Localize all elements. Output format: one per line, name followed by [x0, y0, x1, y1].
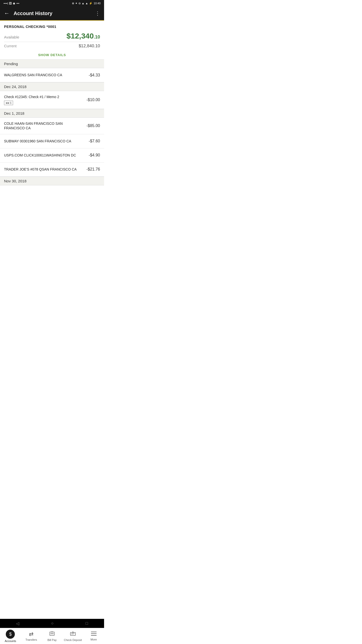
dots-icon: ••• [16, 2, 19, 5]
battery-icon: ⚡ [89, 2, 93, 5]
section-header: Dec 24, 2018 [0, 82, 104, 91]
transaction-item[interactable]: USPS.COM CLICK100611WASHINGTON DC-$4.90 [0, 148, 104, 163]
transaction-amount: -$4.90 [89, 153, 100, 157]
available-label: Available [4, 35, 19, 39]
section-header: Dec 1, 2018 [0, 109, 104, 118]
back-button[interactable]: ← [4, 10, 10, 17]
account-summary: PERSONAL CHECKING *0001 Available $12,34… [0, 21, 104, 59]
transaction-item[interactable]: COLE HAAN-SAN FRANCISCO SAN FRANCISCO CA… [0, 118, 104, 134]
transaction-description: TRADER JOE'S #078 QSAN FRANCISCO CA [4, 167, 86, 172]
transaction-item[interactable]: TRADER JOE'S #078 QSAN FRANCISCO CA-$21.… [0, 163, 104, 177]
account-name: PERSONAL CHECKING *0001 [4, 25, 100, 29]
transaction-amount: -$10.00 [86, 98, 100, 102]
transaction-desc-text: USPS.COM CLICK100611WASHINGTON DC [4, 153, 86, 157]
current-amount: $12,840.10 [79, 44, 100, 49]
transactions-list: PendingWALGREENS SAN FRANCISCO CA-$4.33D… [0, 59, 104, 185]
available-balance-row: Available $12,340.10 [4, 32, 100, 42]
status-right: ⊕ ✦ ⊖ ▲ ▲ ⚡ 10:40 [72, 2, 101, 5]
transaction-description: COLE HAAN-SAN FRANCISCO SAN FRANCISCO CA [4, 121, 86, 130]
bluetooth-icon: ✦ [75, 2, 77, 5]
content-area: PERSONAL CHECKING *0001 Available $12,34… [0, 21, 104, 213]
check-icon: ■■ $ [4, 101, 13, 105]
transaction-description: SUBWAY 00301960 SAN FRANCISCO CA [4, 139, 89, 143]
transaction-desc-text: SUBWAY 00301960 SAN FRANCISCO CA [4, 139, 86, 143]
plus-circle-icon: ⊕ [72, 2, 74, 5]
system-icon: ◉ [13, 2, 15, 5]
transaction-desc-text: TRADER JOE'S #078 QSAN FRANCISCO CA [4, 167, 83, 172]
status-bar: ••••| 🖼 ◉ ••• ⊕ ✦ ⊖ ▲ ▲ ⚡ 10:40 [0, 0, 104, 7]
app-header: ← Account History ⋮ [0, 7, 104, 21]
signal-icon: ••••| [4, 2, 8, 5]
transaction-amount: -$85.00 [86, 124, 100, 128]
section-header: Nov 30, 2018 [0, 177, 104, 185]
transaction-description: USPS.COM CLICK100611WASHINGTON DC [4, 153, 89, 157]
photo-icon: 🖼 [9, 2, 12, 5]
transaction-description: Check #12345: Check #1 / Memo 2■■ $ [4, 95, 86, 105]
transaction-item[interactable]: WALGREENS SAN FRANCISCO CA-$4.33 [0, 68, 104, 82]
current-label: Current [4, 44, 17, 48]
transaction-item[interactable]: Check #12345: Check #1 / Memo 2■■ $-$10.… [0, 91, 104, 109]
transaction-item[interactable]: SUBWAY 00301960 SAN FRANCISCO CA-$7.60 [0, 134, 104, 148]
section-header: Pending [0, 59, 104, 68]
transaction-desc-text: COLE HAAN-SAN FRANCISCO SAN FRANCISCO CA [4, 121, 83, 130]
transaction-desc-text: WALGREENS SAN FRANCISCO CA [4, 73, 86, 77]
current-balance-row: Current $12,840.10 [4, 44, 100, 49]
time-display: 10:40 [94, 2, 101, 5]
page-title: Account History [14, 11, 95, 16]
header-more-button[interactable]: ⋮ [95, 10, 100, 16]
wifi-icon: ▲ [82, 2, 84, 5]
transaction-description: WALGREENS SAN FRANCISCO CA [4, 73, 89, 77]
transaction-desc-text: Check #12345: Check #1 / Memo 2 [4, 95, 83, 99]
transaction-amount: -$4.33 [89, 73, 100, 77]
transaction-amount: -$21.76 [86, 167, 100, 172]
signal-strength-icon: ▲ [85, 2, 88, 5]
show-details-button[interactable]: SHOW DETAILS [4, 50, 100, 59]
transaction-amount: -$7.60 [89, 139, 100, 143]
minus-circle-icon: ⊖ [78, 2, 81, 5]
available-amount: $12,340.10 [67, 32, 100, 40]
status-left: ••••| 🖼 ◉ ••• [4, 2, 19, 5]
